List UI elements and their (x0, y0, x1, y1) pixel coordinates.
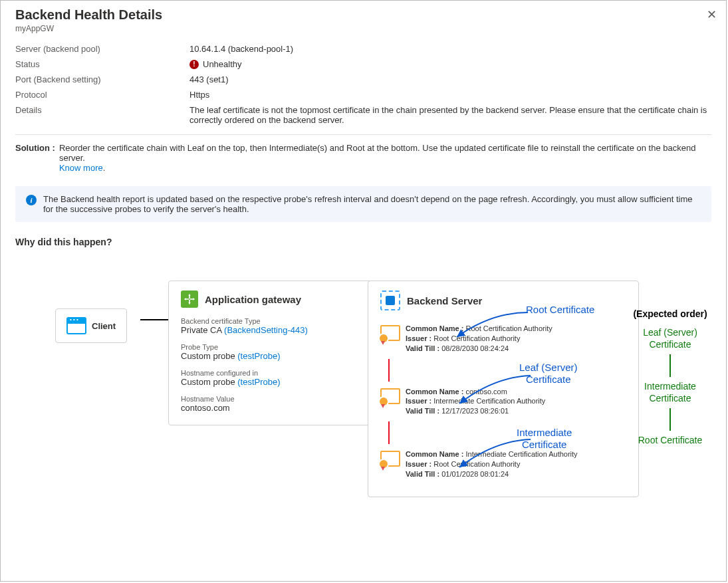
backend-server-title: Backend Server (407, 295, 482, 306)
protocol-label: Protocol (15, 90, 189, 100)
probe-type-label: Probe Type (181, 343, 362, 351)
hostname-config-value: Custom probe (181, 377, 235, 387)
solution-label: Solution : (15, 143, 55, 173)
error-icon: ! (189, 60, 199, 69)
server-label: Server (backend pool) (15, 44, 189, 54)
backend-cert-type-label: Backend certificate Type (181, 317, 362, 325)
hostname-config-label: Hostname configured in (181, 369, 362, 377)
info-icon: i (26, 195, 37, 205)
expected-order-header: (Expected order) (627, 308, 713, 319)
intermediate-cert-annotation: Intermediate Certificate (517, 427, 572, 451)
backend-setting-link[interactable]: (BackendSetting-443) (224, 325, 308, 335)
details-label: Details (15, 105, 189, 125)
root-cert-annotation: Root Certificate (526, 304, 594, 316)
expected-order: (Expected order) Leaf (Server) Certifica… (627, 308, 713, 447)
certificate-icon (380, 451, 399, 467)
status-label: Status (15, 59, 189, 69)
svg-marker-1 (188, 300, 190, 305)
certificate-icon (380, 388, 399, 404)
cert-connector (388, 421, 390, 444)
page-title: Backend Health Details (15, 7, 711, 23)
status-value: Unhealthy (203, 59, 242, 69)
backend-server-icon (380, 291, 400, 310)
port-label: Port (Backend setting) (15, 74, 189, 84)
svg-marker-3 (190, 298, 195, 300)
expected-item-intermediate: Intermediate Certificate (627, 381, 713, 404)
know-more-link[interactable]: Know more (59, 163, 103, 173)
why-heading: Why did this happen? (15, 237, 711, 247)
hostname-value: contoso.com (181, 403, 362, 413)
client-icon (66, 317, 86, 334)
server-value: 10.64.1.4 (backend-pool-1) (189, 44, 711, 54)
expected-item-root: Root Certificate (627, 435, 713, 447)
details-value: The leaf certificate is not the topmost … (189, 105, 711, 125)
leaf-cert-annotation: Leaf (Server) Certificate (519, 362, 578, 386)
client-label: Client (92, 321, 116, 331)
app-gateway-icon (181, 291, 198, 308)
probe-type-value: Custom probe (181, 351, 235, 361)
cert-connector (388, 359, 390, 382)
port-value: 443 (set1) (189, 74, 711, 84)
backend-cert-type-value: Private CA (181, 325, 221, 335)
svg-marker-0 (188, 294, 190, 299)
protocol-value: Https (189, 90, 711, 100)
probe-link-1[interactable]: (testProbe) (237, 351, 280, 361)
close-button[interactable]: ✕ (707, 7, 717, 22)
svg-marker-2 (184, 298, 189, 300)
hostname-value-label: Hostname Value (181, 395, 362, 403)
solution-text: Reorder the certificate chain with Leaf … (59, 143, 696, 163)
resource-name: myAppGW (15, 24, 711, 33)
probe-link-2[interactable]: (testProbe) (237, 377, 280, 387)
client-node: Client (55, 308, 127, 343)
certificate-icon (380, 325, 399, 341)
expected-item-leaf: Leaf (Server) Certificate (627, 327, 713, 350)
info-text: The Backend health report is updated bas… (43, 194, 701, 214)
app-gateway-title: Application gateway (205, 294, 301, 305)
application-gateway-node: Application gateway Backend certificate … (168, 281, 374, 425)
